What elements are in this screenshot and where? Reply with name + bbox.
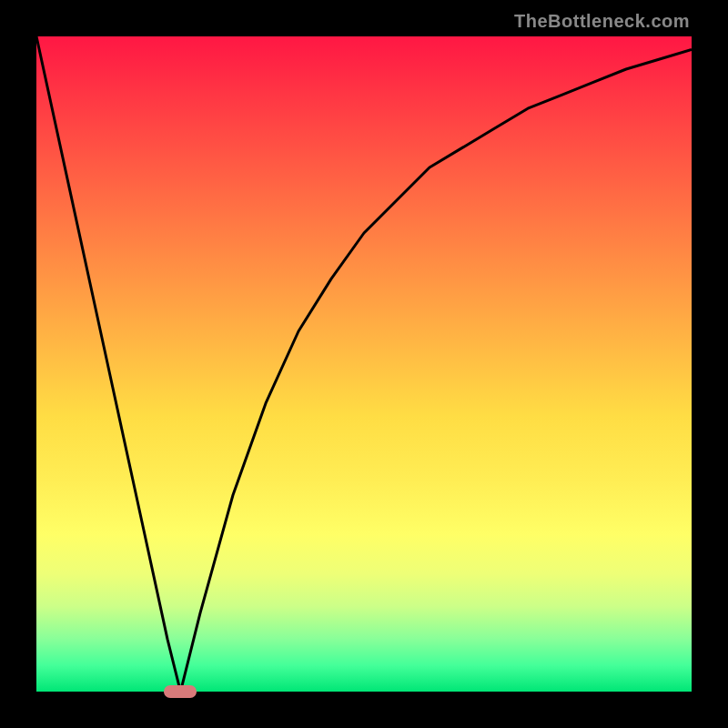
chart-curve [36,36,692,692]
watermark-text: TheBottleneck.com [514,11,690,32]
bottleneck-marker [164,685,197,698]
